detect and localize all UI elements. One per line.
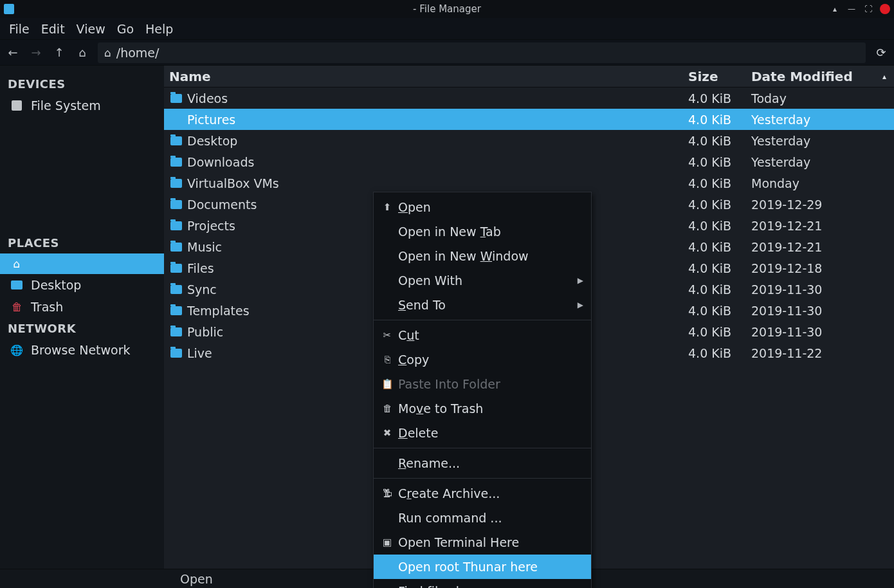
file-date: 2019-12-21 xyxy=(751,240,894,254)
col-date[interactable]: Date Modified ▴ xyxy=(751,69,894,84)
file-date: Yesterday xyxy=(751,155,894,169)
context-menu: ⬆OpenOpen in New TabOpen in New WindowOp… xyxy=(373,192,592,588)
devices-header: DEVICES xyxy=(0,73,164,95)
menubar: File Edit View Go Help xyxy=(0,18,894,40)
sidebar: DEVICES File System PLACES ⌂ Desktop 🗑 T… xyxy=(0,66,164,569)
close-button[interactable] xyxy=(880,4,890,14)
context-menu-item[interactable]: ▣Open Terminal Here xyxy=(374,530,591,555)
file-size: 4.0 KiB xyxy=(688,219,751,233)
file-size: 4.0 KiB xyxy=(688,261,751,275)
context-menu-item[interactable]: Find files here xyxy=(374,579,591,588)
menu-item-icon: ⬆ xyxy=(381,201,393,213)
context-menu-item[interactable]: ✂Cut xyxy=(374,323,591,347)
minimize-button[interactable]: — xyxy=(846,4,857,14)
table-row[interactable]: Videos4.0 KiBToday xyxy=(164,87,894,109)
app-icon xyxy=(4,4,14,14)
menu-item-icon: 🗜 xyxy=(381,488,393,499)
file-date: Yesterday xyxy=(751,134,894,148)
folder-icon xyxy=(169,326,183,338)
sort-asc-icon: ▴ xyxy=(882,72,886,81)
context-menu-item[interactable]: Run command ... xyxy=(374,506,591,530)
sidebar-item-label: Trash xyxy=(31,300,63,314)
separator xyxy=(374,478,591,479)
menu-item-label: Copy xyxy=(398,353,429,367)
file-date: 2019-12-29 xyxy=(751,198,894,212)
context-menu-item[interactable]: Open With▶ xyxy=(374,268,591,293)
file-size: 4.0 KiB xyxy=(688,198,751,212)
column-headers: Name Size Date Modified ▴ xyxy=(164,66,894,87)
refresh-button[interactable]: ⟳ xyxy=(873,46,889,59)
titlebar: - File Manager ▴ — ⛶ xyxy=(0,0,894,18)
menu-edit[interactable]: Edit xyxy=(41,22,65,36)
context-menu-item: 📋Paste Into Folder xyxy=(374,372,591,396)
file-size: 4.0 KiB xyxy=(688,113,751,127)
folder-icon xyxy=(169,135,183,147)
submenu-arrow-icon: ▶ xyxy=(578,300,583,309)
menu-item-label: Open in New Window xyxy=(398,249,529,263)
network-icon: 🌐 xyxy=(10,344,23,356)
context-menu-item[interactable]: Send To▶ xyxy=(374,293,591,317)
menu-item-label: Open in New Tab xyxy=(398,225,501,239)
home-icon: ⌂ xyxy=(10,257,23,270)
context-menu-item[interactable]: ⬆Open xyxy=(374,195,591,219)
sidebar-item-home[interactable]: ⌂ xyxy=(0,253,164,274)
context-menu-item[interactable]: Rename... xyxy=(374,451,591,475)
window-title: - File Manager xyxy=(413,3,481,15)
menu-view[interactable]: View xyxy=(77,22,105,36)
file-date: 2019-12-21 xyxy=(751,219,894,233)
menu-item-icon: 📋 xyxy=(381,378,393,390)
context-menu-item[interactable]: ✖Delete xyxy=(374,421,591,445)
context-menu-item[interactable]: 🗜Create Archive... xyxy=(374,481,591,506)
sidebar-item-desktop[interactable]: Desktop xyxy=(0,274,164,296)
file-name: Downloads xyxy=(187,155,688,169)
sidebar-item-filesystem[interactable]: File System xyxy=(0,95,164,116)
table-row[interactable]: Downloads4.0 KiBYesterday xyxy=(164,151,894,172)
folder-icon xyxy=(169,305,183,317)
places-header: PLACES xyxy=(0,232,164,253)
context-menu-item[interactable]: Open root Thunar here xyxy=(374,555,591,579)
menu-item-icon: ▣ xyxy=(381,537,393,548)
context-menu-item[interactable]: Open in New Tab xyxy=(374,219,591,244)
table-row[interactable]: VirtualBox VMs4.0 KiBMonday xyxy=(164,172,894,194)
menu-file[interactable]: File xyxy=(9,22,30,36)
folder-icon xyxy=(169,262,183,274)
home-button[interactable]: ⌂ xyxy=(75,45,90,60)
table-row[interactable]: Desktop4.0 KiBYesterday xyxy=(164,130,894,151)
shade-button[interactable]: ▴ xyxy=(830,4,840,14)
file-size: 4.0 KiB xyxy=(688,240,751,254)
sidebar-item-browse-network[interactable]: 🌐 Browse Network xyxy=(0,339,164,361)
context-menu-item[interactable]: ⎘Copy xyxy=(374,347,591,372)
up-button[interactable]: ↑ xyxy=(51,45,67,60)
menu-item-label: Open With xyxy=(398,273,462,288)
context-menu-item[interactable]: Open in New Window xyxy=(374,244,591,268)
folder-icon xyxy=(169,156,183,168)
menu-help[interactable]: Help xyxy=(145,22,173,36)
forward-button[interactable]: → xyxy=(28,45,44,60)
menu-item-label: Send To xyxy=(398,298,446,312)
file-name: Pictures xyxy=(187,113,688,127)
file-date: 2019-11-30 xyxy=(751,304,894,318)
file-date: Monday xyxy=(751,176,894,190)
menu-item-icon: ✂ xyxy=(381,329,393,341)
col-size[interactable]: Size xyxy=(688,69,751,84)
maximize-button[interactable]: ⛶ xyxy=(863,4,873,14)
col-name[interactable]: Name xyxy=(164,69,688,84)
file-name: Desktop xyxy=(187,134,688,148)
menu-item-label: Open xyxy=(398,200,431,214)
file-size: 4.0 KiB xyxy=(688,176,751,190)
file-size: 4.0 KiB xyxy=(688,304,751,318)
back-button[interactable]: ← xyxy=(5,45,21,60)
toolbar: ← → ↑ ⌂ ⌂ /home/ ⟳ xyxy=(0,40,894,66)
file-area: Name Size Date Modified ▴ Videos4.0 KiBT… xyxy=(164,66,894,569)
path-bar[interactable]: ⌂ /home/ xyxy=(98,42,866,63)
sidebar-item-label: File System xyxy=(31,98,101,113)
table-row[interactable]: Pictures4.0 KiBYesterday xyxy=(164,109,894,130)
menu-go[interactable]: Go xyxy=(117,22,134,36)
folder-icon xyxy=(169,93,183,104)
file-size: 4.0 KiB xyxy=(688,91,751,106)
context-menu-item[interactable]: 🗑Move to Trash xyxy=(374,396,591,421)
sidebar-item-trash[interactable]: 🗑 Trash xyxy=(0,296,164,318)
menu-item-icon: 🗑 xyxy=(381,403,393,414)
file-name: VirtualBox VMs xyxy=(187,176,688,190)
file-date: 2019-11-22 xyxy=(751,346,894,360)
